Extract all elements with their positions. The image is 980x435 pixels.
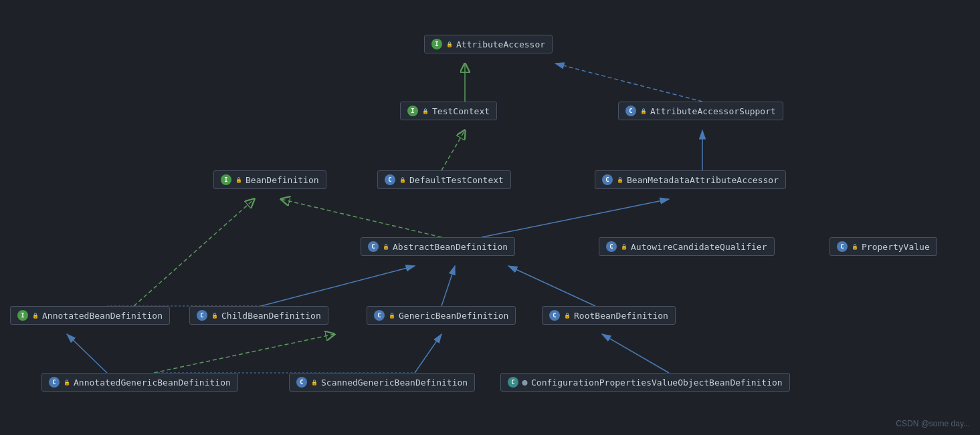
svg-line-15 <box>415 334 442 373</box>
icon-generic-bean-definition: C <box>374 310 385 321</box>
node-annotated-bean-definition: I 🔒 AnnotatedBeanDefinition <box>10 306 170 325</box>
node-scanned-generic-bean-definition: C 🔒 ScannedGenericBeanDefinition <box>289 373 475 392</box>
svg-line-4 <box>555 63 702 102</box>
icon-child-bean-definition: C <box>197 310 207 321</box>
icon-default-test-context: C <box>385 174 395 185</box>
label-scanned-generic-bean-definition: ScannedGenericBeanDefinition <box>321 378 468 388</box>
icon-annotated-bean-definition: I <box>17 310 28 321</box>
svg-line-12 <box>134 199 254 306</box>
svg-line-11 <box>508 266 595 306</box>
node-generic-bean-definition: C 🔒 GenericBeanDefinition <box>367 306 516 325</box>
label-attribute-accessor-support: AttributeAccessorSupport <box>650 106 776 116</box>
label-child-bean-definition: ChildBeanDefinition <box>221 311 321 321</box>
label-autowire-candidate-qualifier: AutowireCandidateQualifier <box>631 242 767 252</box>
svg-line-5 <box>442 130 465 170</box>
svg-line-14 <box>67 334 107 373</box>
node-child-bean-definition: C 🔒 ChildBeanDefinition <box>189 306 328 325</box>
node-bean-definition: I 🔒 BeanDefinition <box>213 170 326 189</box>
watermark: CSDN @some day... <box>896 419 970 428</box>
label-test-context: TestContext <box>432 106 490 116</box>
connections-svg <box>0 0 980 435</box>
node-attribute-accessor: I 🔒 AttributeAccessor <box>424 35 553 53</box>
diagram-container: I 🔒 AttributeAccessor I 🔒 TestContext C … <box>0 0 980 435</box>
node-abstract-bean-definition: C 🔒 AbstractBeanDefinition <box>361 237 515 256</box>
label-root-bean-definition: RootBeanDefinition <box>574 311 668 321</box>
icon-annotated-generic-bean-definition: C <box>49 377 60 388</box>
svg-line-7 <box>281 199 442 237</box>
icon-scanned-generic-bean-definition: C <box>296 377 307 388</box>
label-bean-metadata-attribute-accessor: BeanMetadataAttributeAccessor <box>627 175 779 185</box>
node-annotated-generic-bean-definition: C 🔒 AnnotatedGenericBeanDefinition <box>41 373 238 392</box>
icon-autowire-candidate-qualifier: C <box>606 241 617 252</box>
node-default-test-context: C 🔒 DefaultTestContext <box>377 170 511 189</box>
svg-line-9 <box>261 266 415 306</box>
icon-property-value: C <box>837 241 848 252</box>
icon-test-context: I <box>407 106 418 116</box>
node-root-bean-definition: C 🔒 RootBeanDefinition <box>542 306 676 325</box>
label-annotated-generic-bean-definition: AnnotatedGenericBeanDefinition <box>74 378 231 388</box>
icon-root-bean-definition: C <box>549 310 560 321</box>
label-abstract-bean-definition: AbstractBeanDefinition <box>393 242 508 252</box>
label-property-value: PropertyValue <box>862 242 930 252</box>
icon-abstract-bean-definition: C <box>368 241 379 252</box>
label-bean-definition: BeanDefinition <box>246 175 319 185</box>
node-bean-metadata-attribute-accessor: C 🔒 BeanMetadataAttributeAccessor <box>595 170 786 189</box>
label-configuration-properties-value-object-bean-definition: ConfigurationPropertiesValueObjectBeanDe… <box>531 378 783 388</box>
label-default-test-context: DefaultTestContext <box>409 175 504 185</box>
label-generic-bean-definition: GenericBeanDefinition <box>399 311 508 321</box>
node-attribute-accessor-support: C 🔒 AttributeAccessorSupport <box>618 102 783 120</box>
svg-line-16 <box>602 334 669 373</box>
svg-line-8 <box>482 199 669 237</box>
icon-bean-metadata-attribute-accessor: C <box>602 174 613 185</box>
icon-attribute-accessor-support: C <box>625 106 636 116</box>
label-attribute-accessor: AttributeAccessor <box>456 39 545 49</box>
node-configuration-properties-value-object-bean-definition: C ⬤ ConfigurationPropertiesValueObjectBe… <box>500 373 790 392</box>
label-annotated-bean-definition: AnnotatedBeanDefinition <box>42 311 163 321</box>
node-property-value: C 🔒 PropertyValue <box>829 237 937 256</box>
icon-attribute-accessor: I <box>431 39 442 49</box>
svg-line-13 <box>154 334 334 373</box>
node-autowire-candidate-qualifier: C 🔒 AutowireCandidateQualifier <box>599 237 775 256</box>
node-test-context: I 🔒 TestContext <box>400 102 497 120</box>
icon-configuration-properties-value-object-bean-definition: C <box>508 377 518 388</box>
svg-line-10 <box>442 266 455 306</box>
icon-bean-definition: I <box>221 174 231 185</box>
